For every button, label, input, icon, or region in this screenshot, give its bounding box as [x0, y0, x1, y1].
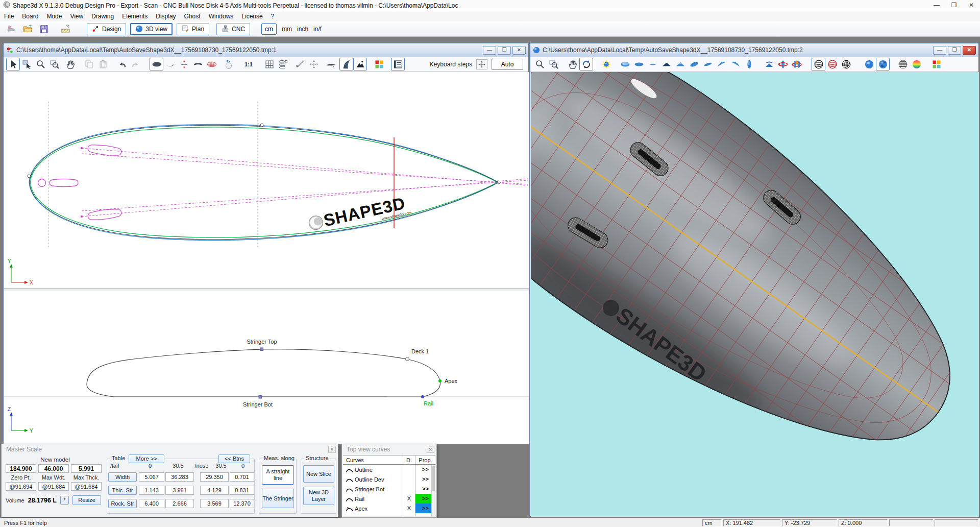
- cnc-button[interactable]: CNC: [216, 23, 250, 35]
- app-planer-icon[interactable]: [4, 22, 18, 36]
- child-minimize-icon[interactable]: —: [483, 46, 496, 55]
- view-wedge-left-icon[interactable]: [715, 58, 728, 70]
- render-wireframe-icon[interactable]: [839, 58, 853, 70]
- view3d-canvas[interactable]: SHAPE3D: [531, 72, 979, 517]
- auto-button[interactable]: Auto: [492, 59, 523, 70]
- max-wdt-field[interactable]: @91.684: [38, 482, 69, 491]
- render-rainbow-icon[interactable]: [910, 58, 923, 70]
- view-bottom-icon[interactable]: [646, 58, 659, 70]
- fin-plugs[interactable]: [38, 143, 122, 221]
- slice-curve[interactable]: [87, 349, 440, 397]
- view-vertical-icon[interactable]: [742, 58, 756, 70]
- rocker-row-button[interactable]: Rock. Str: [108, 499, 137, 508]
- view3d-button[interactable]: 3D view: [130, 23, 173, 35]
- view-front-icon[interactable]: [673, 58, 687, 70]
- new-slice-button[interactable]: New Slice: [303, 465, 334, 483]
- curve-row-stringer-bot[interactable]: Stringer Bot >>: [343, 484, 435, 494]
- rocker-view-icon[interactable]: [163, 58, 177, 70]
- fin-icon[interactable]: [339, 58, 353, 70]
- pan-hand-icon[interactable]: [566, 58, 579, 70]
- minimize-icon[interactable]: —: [928, 0, 945, 11]
- curve-row-deck[interactable]: Deck 1 >>: [343, 513, 435, 516]
- slice-3d-icon[interactable]: [222, 58, 235, 70]
- curves-panel-titlebar[interactable]: Top view curves ✕: [342, 444, 436, 454]
- design-canvas[interactable]: SHAPE3D www.shape3d.com Y X: [4, 72, 529, 444]
- menu-item-ghost[interactable]: Ghost: [180, 13, 205, 20]
- design-window-titlebar[interactable]: C:\Users\thoma\AppData\Local\Temp\AutoSa…: [4, 43, 528, 57]
- curves-scrollbar[interactable]: [431, 465, 435, 516]
- menu-item-board[interactable]: Board: [18, 13, 42, 20]
- thickness-field[interactable]: 5.991: [71, 464, 102, 473]
- the-stringer-button[interactable]: The Stringer: [262, 489, 294, 508]
- control-point-nose[interactable]: [497, 181, 500, 184]
- curve-row-rail[interactable]: Rail X >>: [343, 494, 435, 504]
- main-titlebar[interactable]: Shape3d X 9.1.3.0 Debug Design Pro - Exp…: [0, 0, 980, 11]
- open-file-icon[interactable]: [20, 22, 35, 36]
- control-point-tail[interactable]: [28, 175, 31, 178]
- close-icon[interactable]: ✕: [963, 0, 980, 11]
- rotate-orbit-icon[interactable]: [579, 58, 593, 70]
- straight-line-button[interactable]: A straight line: [262, 465, 294, 485]
- child-restore-icon[interactable]: ❐: [948, 46, 961, 55]
- menu-item-view[interactable]: View: [66, 13, 87, 20]
- copy-icon[interactable]: [82, 58, 96, 70]
- select-arrow-icon[interactable]: [6, 58, 20, 70]
- width-field[interactable]: 46.000: [38, 464, 69, 473]
- paste-icon[interactable]: [96, 58, 110, 70]
- maximize-icon[interactable]: ❐: [945, 0, 963, 11]
- save-icon[interactable]: [37, 22, 51, 36]
- length-field[interactable]: 184.900: [6, 464, 36, 473]
- curve-row-outline-dev[interactable]: Outline Dev >>: [343, 474, 435, 484]
- select-box-icon[interactable]: [20, 58, 34, 70]
- unit-inf[interactable]: in/f: [313, 26, 322, 33]
- menu-item-mode[interactable]: Mode: [42, 13, 66, 20]
- render-solid-icon[interactable]: [862, 58, 876, 70]
- view-front-dark-icon[interactable]: [659, 58, 673, 70]
- thickness-view-icon[interactable]: [191, 58, 205, 70]
- side-view-icon[interactable]: [324, 58, 337, 70]
- view-top-icon[interactable]: [618, 58, 632, 70]
- one-to-one-icon[interactable]: 1:1: [241, 58, 255, 70]
- control-point[interactable]: [260, 124, 263, 127]
- curve-row-outline[interactable]: Outline >>: [343, 465, 435, 474]
- unit-cm[interactable]: cm: [261, 23, 277, 35]
- close-icon[interactable]: ✕: [328, 446, 336, 453]
- child-close-icon[interactable]: ✕: [963, 46, 976, 55]
- stringer-top-point[interactable]: [260, 348, 263, 351]
- volume-star-button[interactable]: *: [60, 496, 69, 505]
- close-icon[interactable]: ✕: [427, 446, 434, 453]
- view-wedge-right-icon[interactable]: [728, 58, 742, 70]
- new-3d-layer-button[interactable]: New 3D Layer: [303, 487, 334, 505]
- view-tilt2-icon[interactable]: [701, 58, 715, 70]
- menu-item-help[interactable]: ?: [267, 13, 279, 20]
- curve-row-apex[interactable]: Apex X >>: [343, 504, 435, 513]
- orbit-up-icon[interactable]: [790, 58, 803, 70]
- render-red-rings-icon[interactable]: [825, 58, 839, 70]
- colors-icon[interactable]: [372, 58, 386, 70]
- slice-view-icon[interactable]: [177, 58, 191, 70]
- zoom-icon[interactable]: [533, 58, 547, 70]
- menu-item-drawing[interactable]: Drawing: [87, 13, 118, 20]
- measure-center-icon[interactable]: [307, 58, 321, 70]
- zoom-region-icon[interactable]: [47, 58, 61, 70]
- child-close-icon[interactable]: ✕: [512, 46, 526, 55]
- render-rings-icon[interactable]: [812, 58, 825, 70]
- colors-icon[interactable]: [929, 58, 943, 70]
- deck-point[interactable]: [406, 357, 409, 361]
- grid-board-icon[interactable]: [205, 58, 218, 70]
- btns-button[interactable]: << Btns: [218, 454, 250, 463]
- apex-point[interactable]: [438, 379, 442, 382]
- resize-button[interactable]: Resize: [72, 495, 101, 505]
- menu-item-display[interactable]: Display: [152, 13, 180, 20]
- width-row-button[interactable]: Width: [108, 472, 137, 482]
- panel-divider[interactable]: [4, 289, 529, 291]
- keyboard-move-icon[interactable]: [476, 59, 487, 69]
- zoom-icon[interactable]: [34, 58, 47, 70]
- render-striped-icon[interactable]: [896, 58, 910, 70]
- render-texture-icon[interactable]: [876, 58, 890, 70]
- more-button[interactable]: More >>: [129, 454, 164, 463]
- child-restore-icon[interactable]: ❐: [498, 46, 511, 55]
- properties-panel-icon[interactable]: [391, 58, 405, 70]
- orbit-horizontal-icon[interactable]: [776, 58, 790, 70]
- pan-hand-icon[interactable]: [63, 58, 77, 70]
